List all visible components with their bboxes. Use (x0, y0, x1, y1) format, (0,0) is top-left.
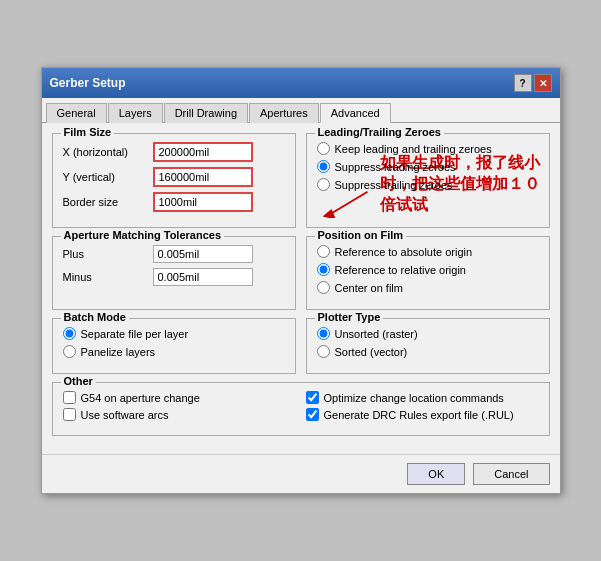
position-absolute-radio[interactable] (317, 245, 330, 258)
plus-input[interactable] (153, 245, 253, 263)
tab-general[interactable]: General (46, 103, 107, 123)
plotter-type-group: Plotter Type Unsorted (raster) Sorted (v… (306, 318, 550, 374)
batch-plotter-section: Batch Mode Separate file per layer Panel… (52, 318, 550, 382)
plotter-sorted-label: Sorted (vector) (335, 346, 408, 358)
drc-rules-checkbox[interactable] (306, 408, 319, 421)
y-field-row: Y (vertical) (63, 167, 285, 187)
close-button[interactable]: ✕ (534, 74, 552, 92)
film-size-label: Film Size (61, 126, 115, 138)
plotter-unsorted-radio[interactable] (317, 327, 330, 340)
position-on-film-group: Position on Film Reference to absolute o… (306, 236, 550, 310)
zeroes-keep-radio[interactable] (317, 142, 330, 155)
zeroes-suppress-trailing-label: Suppress trailing zeroes (335, 179, 453, 191)
batch-option2-row: Panelize layers (63, 345, 285, 358)
ok-button[interactable]: OK (407, 463, 465, 485)
leading-trailing-label: Leading/Trailing Zeroes (315, 126, 444, 138)
optimize-checkbox[interactable] (306, 391, 319, 404)
border-field-row: Border size (63, 192, 285, 212)
x-input[interactable] (153, 142, 253, 162)
plotter-unsorted-label: Unsorted (raster) (335, 328, 418, 340)
zeroes-suppress-trailing-radio[interactable] (317, 178, 330, 191)
position-option2-row: Reference to relative origin (317, 263, 539, 276)
dialog-content: 如果生成时，报了线小 时，把这些值增加１０ 倍试试 Film Size X (h… (42, 123, 560, 454)
zeroes-suppress-leading-radio[interactable] (317, 160, 330, 173)
film-size-group: Film Size X (horizontal) Y (vertical) Bo… (52, 133, 296, 228)
plus-field-row: Plus (63, 245, 285, 263)
g54-label: G54 on aperture change (81, 392, 200, 404)
other-check2-row: Use software arcs (63, 408, 296, 421)
g54-checkbox[interactable] (63, 391, 76, 404)
border-input[interactable] (153, 192, 253, 212)
help-button[interactable]: ? (514, 74, 532, 92)
batch-separate-radio[interactable] (63, 327, 76, 340)
x-field-row: X (horizontal) (63, 142, 285, 162)
gerber-setup-dialog: Gerber Setup ? ✕ General Layers Drill Dr… (41, 67, 561, 494)
other-check1-row: G54 on aperture change (63, 391, 296, 404)
title-bar: Gerber Setup ? ✕ (42, 68, 560, 98)
aperture-tolerances-group: Aperture Matching Tolerances Plus Minus (52, 236, 296, 310)
dialog-title: Gerber Setup (50, 76, 126, 90)
other-label: Other (61, 375, 96, 387)
x-label: X (horizontal) (63, 146, 153, 158)
position-relative-radio[interactable] (317, 263, 330, 276)
border-label: Border size (63, 196, 153, 208)
plotter-option2-row: Sorted (vector) (317, 345, 539, 358)
tab-bar: General Layers Drill Drawing Apertures A… (42, 98, 560, 123)
plotter-sorted-radio[interactable] (317, 345, 330, 358)
plotter-option1-row: Unsorted (raster) (317, 327, 539, 340)
optimize-label: Optimize change location commands (324, 392, 504, 404)
zeroes-suppress-leading-label: Suppress leading zeroes (335, 161, 456, 173)
other-check3-row: Optimize change location commands (306, 391, 539, 404)
other-group: Other G54 on aperture change Use softwar… (52, 382, 550, 436)
middle-section: Aperture Matching Tolerances Plus Minus … (52, 236, 550, 318)
zeroes-keep-label: Keep leading and trailing zeroes (335, 143, 492, 155)
footer: OK Cancel (42, 454, 560, 493)
plotter-type-label: Plotter Type (315, 311, 384, 323)
title-bar-buttons: ? ✕ (514, 74, 552, 92)
top-section: Film Size X (horizontal) Y (vertical) Bo… (52, 133, 550, 236)
software-arcs-checkbox[interactable] (63, 408, 76, 421)
plus-label: Plus (63, 248, 153, 260)
tab-advanced[interactable]: Advanced (320, 103, 391, 123)
other-inner: G54 on aperture change Use software arcs… (63, 391, 539, 425)
position-center-label: Center on film (335, 282, 403, 294)
batch-panelize-radio[interactable] (63, 345, 76, 358)
position-relative-label: Reference to relative origin (335, 264, 466, 276)
minus-label: Minus (63, 271, 153, 283)
tab-drill-drawing[interactable]: Drill Drawing (164, 103, 248, 123)
position-on-film-label: Position on Film (315, 229, 407, 241)
y-label: Y (vertical) (63, 171, 153, 183)
position-option3-row: Center on film (317, 281, 539, 294)
other-col-left: G54 on aperture change Use software arcs (63, 391, 296, 425)
batch-option1-row: Separate file per layer (63, 327, 285, 340)
leading-trailing-group: Leading/Trailing Zeroes Keep leading and… (306, 133, 550, 228)
minus-input[interactable] (153, 268, 253, 286)
minus-field-row: Minus (63, 268, 285, 286)
aperture-tolerances-label: Aperture Matching Tolerances (61, 229, 225, 241)
tab-apertures[interactable]: Apertures (249, 103, 319, 123)
zeroes-option1-row: Keep leading and trailing zeroes (317, 142, 539, 155)
position-absolute-label: Reference to absolute origin (335, 246, 473, 258)
other-check4-row: Generate DRC Rules export file (.RUL) (306, 408, 539, 421)
position-option1-row: Reference to absolute origin (317, 245, 539, 258)
tab-layers[interactable]: Layers (108, 103, 163, 123)
batch-separate-label: Separate file per layer (81, 328, 189, 340)
batch-panelize-label: Panelize layers (81, 346, 156, 358)
batch-mode-group: Batch Mode Separate file per layer Panel… (52, 318, 296, 374)
position-center-radio[interactable] (317, 281, 330, 294)
batch-mode-label: Batch Mode (61, 311, 129, 323)
y-input[interactable] (153, 167, 253, 187)
zeroes-option3-row: Suppress trailing zeroes (317, 178, 539, 191)
software-arcs-label: Use software arcs (81, 409, 169, 421)
cancel-button[interactable]: Cancel (473, 463, 549, 485)
drc-rules-label: Generate DRC Rules export file (.RUL) (324, 409, 514, 421)
other-col-right: Optimize change location commands Genera… (306, 391, 539, 425)
zeroes-option2-row: Suppress leading zeroes (317, 160, 539, 173)
